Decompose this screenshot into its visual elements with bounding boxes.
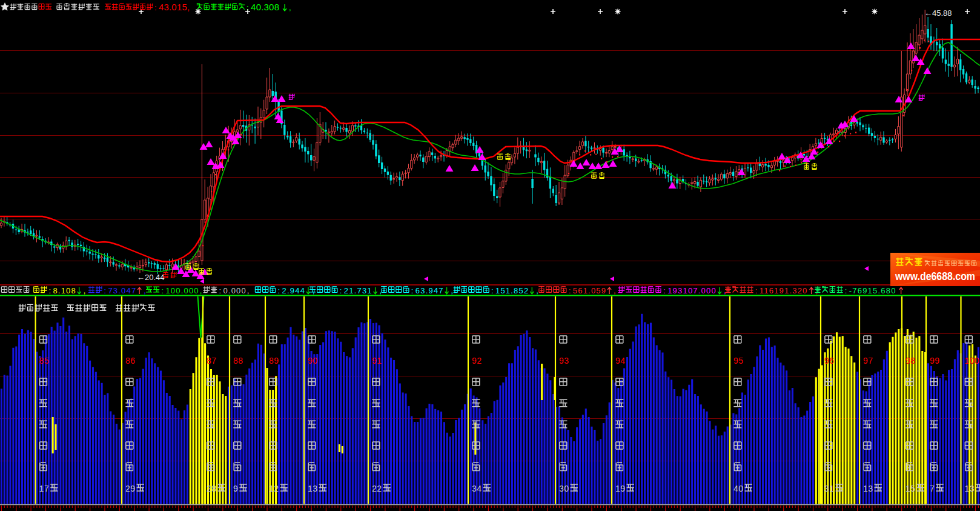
svg-text:,: , — [247, 286, 250, 295]
svg-text:95: 95 — [733, 356, 744, 366]
svg-text:73.047: 73.047 — [108, 286, 136, 295]
svg-text:17: 17 — [39, 484, 50, 493]
svg-text:561.059: 561.059 — [573, 286, 606, 295]
svg-text:94: 94 — [615, 356, 626, 366]
svg-text:63.947: 63.947 — [416, 286, 444, 295]
svg-text:34: 34 — [472, 484, 482, 493]
svg-text:40: 40 — [733, 484, 744, 493]
svg-text:93: 93 — [559, 356, 569, 366]
svg-text:13: 13 — [965, 484, 975, 493]
svg-text:22: 22 — [372, 484, 382, 493]
svg-text::: : — [411, 286, 414, 295]
svg-text:,: , — [614, 286, 616, 295]
svg-text:151.852: 151.852 — [495, 286, 529, 295]
svg-text::: : — [340, 286, 342, 295]
svg-text:2.944: 2.944 — [282, 286, 306, 295]
svg-text:100: 100 — [965, 356, 980, 366]
svg-text:15: 15 — [906, 484, 916, 493]
svg-text:30: 30 — [559, 484, 569, 493]
svg-text:12: 12 — [269, 484, 279, 493]
svg-text::: : — [219, 286, 221, 295]
svg-text:116191.320: 116191.320 — [760, 286, 808, 295]
svg-text:86: 86 — [125, 356, 136, 366]
svg-text:,: , — [289, 3, 291, 12]
svg-text:←20.44: ←20.44 — [137, 273, 165, 282]
svg-text:9: 9 — [233, 484, 238, 493]
svg-text::: : — [663, 286, 666, 295]
svg-text:85: 85 — [39, 356, 50, 366]
svg-text:←45.88: ←45.88 — [924, 8, 952, 18]
svg-text:99: 99 — [930, 356, 940, 366]
svg-text::: : — [491, 286, 494, 295]
svg-text:0.000: 0.000 — [223, 286, 247, 295]
svg-text:89: 89 — [269, 356, 279, 366]
svg-text:193107.000: 193107.000 — [667, 286, 717, 295]
svg-text:96: 96 — [824, 356, 835, 366]
svg-text:-76915.680: -76915.680 — [849, 286, 896, 295]
svg-text::: : — [154, 3, 157, 12]
svg-text:92: 92 — [472, 356, 482, 366]
svg-text:28: 28 — [207, 484, 217, 493]
svg-text:,: , — [536, 286, 538, 295]
svg-text::: : — [755, 286, 758, 295]
svg-text:21.731: 21.731 — [344, 286, 372, 295]
svg-text:97: 97 — [863, 356, 873, 366]
svg-text::: : — [278, 286, 280, 295]
svg-text:98: 98 — [906, 356, 916, 366]
svg-text::: : — [569, 286, 571, 295]
svg-text:40.308: 40.308 — [251, 2, 279, 12]
svg-text:87: 87 — [207, 356, 217, 366]
svg-text:100.000: 100.000 — [165, 286, 199, 295]
svg-text::: : — [845, 286, 847, 295]
svg-text::: : — [247, 3, 249, 12]
svg-text:13: 13 — [308, 484, 318, 493]
svg-text:,: , — [451, 286, 454, 295]
svg-text:8.108: 8.108 — [53, 286, 76, 295]
svg-text:90: 90 — [308, 356, 318, 366]
svg-text::: : — [48, 286, 51, 295]
svg-text:91: 91 — [372, 356, 382, 366]
svg-text::: : — [161, 286, 164, 295]
svg-text:13: 13 — [863, 484, 873, 493]
svg-text::: : — [104, 286, 106, 295]
svg-text:,: , — [200, 286, 202, 295]
svg-text:31: 31 — [824, 484, 835, 493]
svg-text:,: , — [144, 286, 146, 295]
svg-text:www.de6688.com: www.de6688.com — [895, 270, 975, 282]
svg-text:29: 29 — [125, 484, 136, 493]
svg-text:7: 7 — [930, 484, 935, 493]
svg-text:19: 19 — [615, 484, 626, 493]
svg-text:88: 88 — [233, 356, 243, 366]
svg-text:43.015,: 43.015, — [159, 2, 190, 12]
svg-text:,: , — [84, 286, 86, 295]
